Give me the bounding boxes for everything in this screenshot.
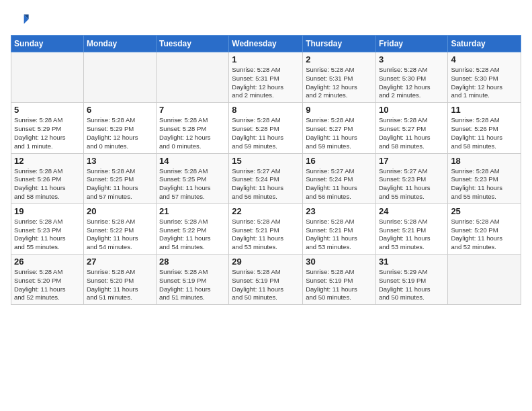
day-number: 12 [14,156,81,166]
weekday-header-monday: Monday [83,36,156,52]
day-info: Sunrise: 5:28 AM Sunset: 5:31 PM Dayligh… [232,66,300,100]
calendar-cell: 9Sunrise: 5:28 AM Sunset: 5:27 PM Daylig… [303,103,376,153]
day-number: 22 [232,206,300,216]
day-info: Sunrise: 5:28 AM Sunset: 5:19 PM Dayligh… [306,268,373,302]
calendar-cell: 21Sunrise: 5:28 AM Sunset: 5:22 PM Dayli… [157,203,229,254]
day-info: Sunrise: 5:28 AM Sunset: 5:19 PM Dayligh… [159,268,226,302]
day-info: Sunrise: 5:28 AM Sunset: 5:29 PM Dayligh… [87,116,153,150]
day-info: Sunrise: 5:28 AM Sunset: 5:25 PM Dayligh… [87,167,153,201]
calendar-cell: 28Sunrise: 5:28 AM Sunset: 5:19 PM Dayli… [157,255,229,305]
logo [11,11,32,30]
calendar-cell: 11Sunrise: 5:28 AM Sunset: 5:26 PM Dayli… [448,103,521,153]
calendar-cell: 25Sunrise: 5:28 AM Sunset: 5:20 PM Dayli… [448,203,521,254]
day-number: 16 [306,156,373,166]
day-info: Sunrise: 5:28 AM Sunset: 5:27 PM Dayligh… [379,116,445,150]
day-info: Sunrise: 5:27 AM Sunset: 5:23 PM Dayligh… [379,167,445,201]
calendar-cell: 13Sunrise: 5:28 AM Sunset: 5:25 PM Dayli… [83,153,156,203]
calendar-week-4: 19Sunrise: 5:28 AM Sunset: 5:23 PM Dayli… [11,203,521,254]
day-info: Sunrise: 5:28 AM Sunset: 5:21 PM Dayligh… [379,218,445,252]
calendar-cell: 7Sunrise: 5:28 AM Sunset: 5:28 PM Daylig… [157,103,229,153]
day-info: Sunrise: 5:28 AM Sunset: 5:28 PM Dayligh… [232,116,300,150]
calendar-cell: 4Sunrise: 5:28 AM Sunset: 5:30 PM Daylig… [448,52,521,103]
day-info: Sunrise: 5:27 AM Sunset: 5:24 PM Dayligh… [232,167,300,201]
day-info: Sunrise: 5:27 AM Sunset: 5:24 PM Dayligh… [306,167,373,201]
calendar-cell [448,255,521,305]
calendar-cell [83,52,156,103]
day-info: Sunrise: 5:28 AM Sunset: 5:21 PM Dayligh… [306,218,373,252]
day-number: 27 [87,257,153,267]
day-info: Sunrise: 5:29 AM Sunset: 5:19 PM Dayligh… [379,268,445,302]
day-number: 28 [159,257,226,267]
day-info: Sunrise: 5:28 AM Sunset: 5:26 PM Dayligh… [451,116,518,150]
calendar-cell: 26Sunrise: 5:28 AM Sunset: 5:20 PM Dayli… [11,255,84,305]
day-number: 5 [14,105,81,115]
weekday-header-friday: Friday [375,36,447,52]
day-info: Sunrise: 5:28 AM Sunset: 5:25 PM Dayligh… [159,167,226,201]
calendar-cell [157,52,229,103]
day-number: 2 [306,54,373,64]
weekday-header-tuesday: Tuesday [157,36,229,52]
calendar-week-3: 12Sunrise: 5:28 AM Sunset: 5:26 PM Dayli… [11,153,521,203]
calendar-cell: 27Sunrise: 5:28 AM Sunset: 5:20 PM Dayli… [83,255,156,305]
calendar-cell: 1Sunrise: 5:28 AM Sunset: 5:31 PM Daylig… [229,52,303,103]
day-info: Sunrise: 5:28 AM Sunset: 5:22 PM Dayligh… [159,218,226,252]
day-number: 26 [14,257,81,267]
day-info: Sunrise: 5:28 AM Sunset: 5:28 PM Dayligh… [159,116,226,150]
calendar-cell: 15Sunrise: 5:27 AM Sunset: 5:24 PM Dayli… [229,153,303,203]
day-info: Sunrise: 5:28 AM Sunset: 5:23 PM Dayligh… [451,167,518,201]
calendar-cell: 20Sunrise: 5:28 AM Sunset: 5:22 PM Dayli… [83,203,156,254]
header [11,11,521,30]
calendar-week-1: 1Sunrise: 5:28 AM Sunset: 5:31 PM Daylig… [11,52,521,103]
calendar-cell: 24Sunrise: 5:28 AM Sunset: 5:21 PM Dayli… [375,203,447,254]
day-info: Sunrise: 5:28 AM Sunset: 5:31 PM Dayligh… [306,66,373,100]
weekday-header-wednesday: Wednesday [229,36,303,52]
day-number: 19 [14,206,81,216]
day-number: 20 [87,206,153,216]
weekday-header-sunday: Sunday [11,36,84,52]
day-number: 13 [87,156,153,166]
day-number: 10 [379,105,445,115]
calendar-cell: 16Sunrise: 5:27 AM Sunset: 5:24 PM Dayli… [303,153,376,203]
calendar-cell: 12Sunrise: 5:28 AM Sunset: 5:26 PM Dayli… [11,153,84,203]
weekday-header-thursday: Thursday [303,36,376,52]
calendar-cell: 17Sunrise: 5:27 AM Sunset: 5:23 PM Dayli… [375,153,447,203]
day-number: 25 [451,206,518,216]
day-number: 8 [232,105,300,115]
calendar: SundayMondayTuesdayWednesdayThursdayFrid… [11,35,521,305]
day-info: Sunrise: 5:28 AM Sunset: 5:21 PM Dayligh… [232,218,300,252]
day-number: 1 [232,54,300,64]
day-info: Sunrise: 5:28 AM Sunset: 5:20 PM Dayligh… [14,268,81,302]
weekday-header-saturday: Saturday [448,36,521,52]
calendar-week-5: 26Sunrise: 5:28 AM Sunset: 5:20 PM Dayli… [11,255,521,305]
calendar-cell [11,52,84,103]
calendar-cell: 10Sunrise: 5:28 AM Sunset: 5:27 PM Dayli… [375,103,447,153]
day-number: 7 [159,105,226,115]
page: SundayMondayTuesdayWednesdayThursdayFrid… [0,0,532,310]
calendar-cell: 2Sunrise: 5:28 AM Sunset: 5:31 PM Daylig… [303,52,376,103]
calendar-week-2: 5Sunrise: 5:28 AM Sunset: 5:29 PM Daylig… [11,103,521,153]
day-number: 29 [232,257,300,267]
day-info: Sunrise: 5:28 AM Sunset: 5:29 PM Dayligh… [14,116,81,150]
calendar-cell: 18Sunrise: 5:28 AM Sunset: 5:23 PM Dayli… [448,153,521,203]
day-number: 24 [379,206,445,216]
day-info: Sunrise: 5:28 AM Sunset: 5:19 PM Dayligh… [232,268,300,302]
day-number: 23 [306,206,373,216]
day-number: 21 [159,206,226,216]
logo-icon [11,11,30,30]
day-number: 15 [232,156,300,166]
calendar-cell: 23Sunrise: 5:28 AM Sunset: 5:21 PM Dayli… [303,203,376,254]
day-number: 9 [306,105,373,115]
calendar-cell: 30Sunrise: 5:28 AM Sunset: 5:19 PM Dayli… [303,255,376,305]
day-number: 31 [379,257,445,267]
day-info: Sunrise: 5:28 AM Sunset: 5:30 PM Dayligh… [451,66,518,100]
calendar-cell: 29Sunrise: 5:28 AM Sunset: 5:19 PM Dayli… [229,255,303,305]
day-info: Sunrise: 5:28 AM Sunset: 5:23 PM Dayligh… [14,218,81,252]
day-number: 18 [451,156,518,166]
day-number: 14 [159,156,226,166]
day-info: Sunrise: 5:28 AM Sunset: 5:20 PM Dayligh… [87,268,153,302]
day-info: Sunrise: 5:28 AM Sunset: 5:22 PM Dayligh… [87,218,153,252]
day-number: 6 [87,105,153,115]
calendar-cell: 14Sunrise: 5:28 AM Sunset: 5:25 PM Dayli… [157,153,229,203]
day-info: Sunrise: 5:28 AM Sunset: 5:26 PM Dayligh… [14,167,81,201]
day-number: 11 [451,105,518,115]
